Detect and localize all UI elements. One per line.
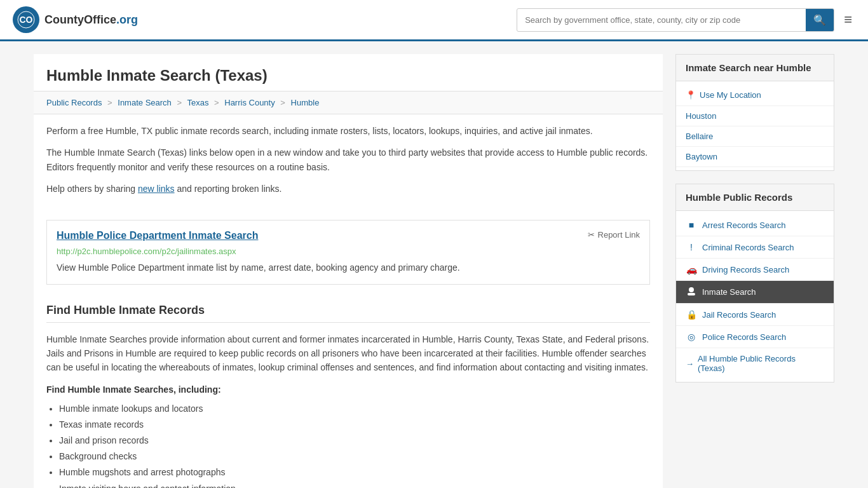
search-bar: 🔍 [517,8,834,32]
svg-rect-3 [688,293,695,295]
logo-icon: CO [13,6,39,33]
use-location-link[interactable]: 📍 Use My Location [676,85,834,106]
nearby-box: Inmate Search near Humble 📍 Use My Locat… [675,54,834,171]
sidebar-criminal-records[interactable]: ! Criminal Records Search [676,236,834,259]
new-links-link[interactable]: new links [138,184,175,194]
sidebar-jail-records[interactable]: 🔒 Jail Records Search [676,304,834,326]
record-link-box: Humble Police Department Inmate Search ✂… [46,220,650,285]
header-right: 🔍 ≡ [517,8,855,32]
nearby-houston[interactable]: Houston [676,106,834,126]
list-item: Inmate visiting hours and contact inform… [59,481,650,488]
menu-icon[interactable]: ≡ [841,8,855,31]
list-item: Background checks [59,449,650,464]
nearby-bellaire[interactable]: Bellaire [676,126,834,147]
criminal-icon: ! [686,242,697,252]
breadcrumb-sep-4: > [280,98,285,107]
arrow-icon: → [686,359,694,369]
list-item: Humble inmate lookups and locators [59,401,650,417]
list-item: Texas inmate records [59,417,650,433]
content-area: Humble Inmate Search (Texas) Public Reco… [34,54,663,488]
use-location-label: Use My Location [700,90,761,100]
breadcrumb-humble[interactable]: Humble [291,98,320,107]
report-link-button[interactable]: ✂ Report Link [588,230,640,240]
breadcrumb: Public Records > Inmate Search > Texas >… [34,92,663,114]
logo-text: CountyOffice.org [44,13,138,27]
driving-icon: 🚗 [686,264,697,274]
find-section-body: Humble Inmate Searches provide informati… [46,332,650,375]
header: CO CountyOffice.org 🔍 ≡ [0,0,868,41]
description-3: Help others by sharing new links and rep… [46,182,650,196]
search-button[interactable]: 🔍 [806,9,834,31]
find-list-title: Find Humble Inmate Searches, including: [46,384,650,395]
page-title: Humble Inmate Search (Texas) [34,54,663,92]
svg-rect-2 [689,287,694,292]
all-records-label: All Humble Public Records (Texas) [698,354,824,373]
public-records-box: Humble Public Records ■ Arrest Records S… [675,184,834,383]
description-1: Perform a free Humble, TX public inmate … [46,124,650,138]
scissors-icon: ✂ [588,230,595,240]
record-description: View Humble Police Department inmate lis… [57,261,640,274]
record-link-header: Humble Police Department Inmate Search ✂… [57,230,640,241]
record-url[interactable]: http://p2c.humblepolice.com/p2c/jailinma… [57,247,640,256]
sidebar: Inmate Search near Humble 📍 Use My Locat… [675,54,834,488]
nearby-content: 📍 Use My Location Houston Bellaire Bayto… [676,81,834,170]
sidebar-arrest-records[interactable]: ■ Arrest Records Search [676,214,834,236]
list-item: Humble mugshots and arrest photographs [59,464,650,480]
record-link-title[interactable]: Humble Police Department Inmate Search [57,230,258,241]
breadcrumb-texas[interactable]: Texas [187,98,208,107]
arrest-icon: ■ [686,220,697,230]
find-list: Humble inmate lookups and locators Texas… [46,401,650,488]
breadcrumb-inmate-search[interactable]: Inmate Search [118,98,172,107]
sidebar-inmate-search[interactable]: Inmate Search [676,281,834,304]
logo-area: CO CountyOffice.org [13,6,138,33]
public-records-title: Humble Public Records [676,184,834,211]
list-item: Jail and prison records [59,433,650,449]
search-input[interactable] [517,10,806,30]
breadcrumb-harris-county[interactable]: Harris County [224,98,275,107]
sidebar-driving-records[interactable]: 🚗 Driving Records Search [676,259,834,281]
nearby-baytown[interactable]: Baytown [676,147,834,167]
main-container: Humble Inmate Search (Texas) Public Reco… [21,41,847,488]
description-2: The Humble Inmate Search (Texas) links b… [46,146,650,174]
nearby-title: Inmate Search near Humble [676,55,834,81]
description-area: Perform a free Humble, TX public inmate … [34,114,663,214]
inmate-icon [686,287,697,297]
sidebar-police-records[interactable]: ◎ Police Records Search [676,326,834,348]
location-icon: 📍 [686,90,696,100]
find-section: Find Humble Inmate Records Humble Inmate… [34,291,663,488]
jail-icon: 🔒 [686,309,697,320]
all-records-link[interactable]: → All Humble Public Records (Texas) [676,348,834,379]
breadcrumb-sep-1: > [107,98,112,107]
breadcrumb-sep-3: > [214,98,219,107]
public-records-content: ■ Arrest Records Search ! Criminal Recor… [676,211,834,382]
svg-text:CO: CO [20,15,33,25]
breadcrumb-public-records[interactable]: Public Records [46,98,102,107]
find-section-title: Find Humble Inmate Records [46,304,650,323]
police-icon: ◎ [686,332,697,342]
search-icon: 🔍 [813,15,826,25]
breadcrumb-sep-2: > [177,98,182,107]
